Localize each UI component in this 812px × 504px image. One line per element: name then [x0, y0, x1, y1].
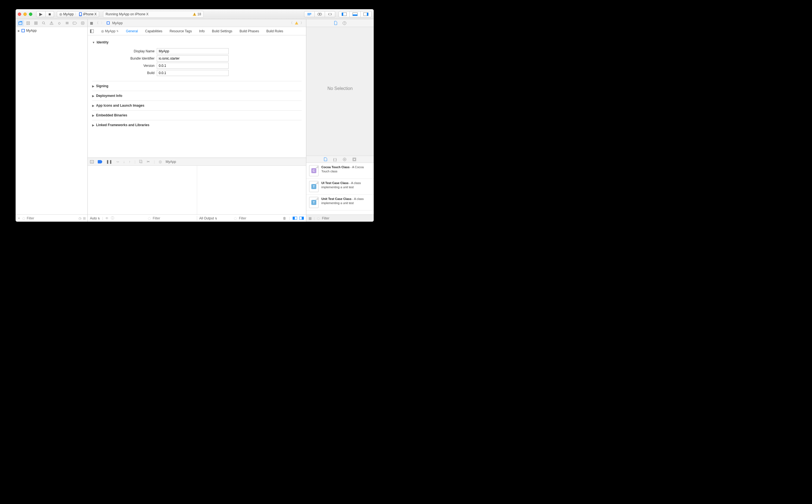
source-control-navigator-tab[interactable]: [25, 20, 32, 26]
forward-button[interactable]: 〉: [101, 21, 104, 25]
trash-icon[interactable]: 🗑: [283, 216, 286, 220]
tab-info[interactable]: Info: [199, 29, 205, 33]
variables-view[interactable]: [88, 166, 197, 214]
debug-area: ❚❚ ⤼ ↓ ↑ | ⿻ ✂ | ◎ MyApp Auto: [88, 158, 306, 222]
step-into-icon[interactable]: ↓: [123, 160, 125, 164]
activity-viewer[interactable]: Running MyApp on iPhone X 18: [103, 11, 204, 18]
disclosure-icon[interactable]: ▶: [18, 29, 20, 32]
jumpbar-crumb[interactable]: MyApp: [112, 21, 123, 25]
file-template-tab[interactable]: [324, 157, 327, 161]
console-filter-input[interactable]: [239, 216, 281, 220]
library-item[interactable]: TUI Test Case Class - A class implementi…: [306, 179, 374, 195]
identity-header[interactable]: ▼ Identity: [92, 40, 302, 44]
grid-view-icon[interactable]: ▦: [309, 216, 312, 220]
next-issue-button[interactable]: 〉: [300, 21, 304, 25]
memory-graph-icon[interactable]: ✂: [147, 160, 150, 164]
tab-capabilities[interactable]: Capabilities: [145, 29, 162, 33]
issue-navigator-tab[interactable]: [48, 20, 55, 26]
console-view[interactable]: [197, 166, 306, 214]
zoom-window-button[interactable]: [29, 13, 32, 16]
navigator-tabs: [16, 19, 87, 27]
target-selector[interactable]: ◎ MyApp ⇅: [101, 29, 119, 33]
step-over-icon[interactable]: ⤼: [116, 160, 119, 164]
auto-scope-selector[interactable]: Auto ⇅: [90, 216, 100, 220]
back-button[interactable]: 〈: [95, 21, 99, 25]
svg-rect-18: [36, 22, 37, 23]
debug-process-label[interactable]: MyApp: [166, 160, 176, 164]
embedded-header[interactable]: ▶Embedded Binaries: [92, 113, 302, 117]
prev-issue-button[interactable]: 〈: [289, 21, 293, 25]
symbol-navigator-tab[interactable]: [32, 20, 40, 26]
project-root-row[interactable]: ▶ MyApp: [18, 29, 85, 33]
find-navigator-tab[interactable]: [40, 20, 47, 26]
tab-build-settings[interactable]: Build Settings: [212, 29, 232, 33]
test-navigator-tab[interactable]: [56, 20, 63, 26]
build-row: Build: [92, 70, 302, 76]
file-inspector-tab[interactable]: [334, 21, 337, 25]
add-icon[interactable]: ＋: [17, 216, 21, 221]
project-navigator-tab[interactable]: [17, 20, 24, 26]
breakpoints-toggle[interactable]: [98, 160, 102, 163]
debug-navigator-tab[interactable]: [63, 20, 71, 26]
section-icons: ▶App Icons and Launch Images: [92, 101, 302, 111]
svg-rect-33: [107, 22, 109, 24]
show-console-toggle[interactable]: [299, 217, 304, 220]
object-library-tab[interactable]: [343, 158, 346, 161]
svg-point-43: [343, 158, 346, 161]
media-library-tab[interactable]: [353, 158, 356, 161]
build-input[interactable]: [157, 70, 229, 76]
navigator-pane: ▶ MyApp ＋ ◌ ◷ ⊞: [16, 19, 88, 222]
show-vars-toggle[interactable]: [293, 217, 297, 220]
warning-indicator[interactable]: 18: [193, 12, 201, 16]
breakpoint-navigator-tab[interactable]: [71, 20, 79, 26]
stop-button[interactable]: ■: [46, 11, 54, 17]
tab-resource-tags[interactable]: Resource Tags: [170, 29, 192, 33]
close-window-button[interactable]: [18, 13, 21, 16]
pause-icon[interactable]: ❚❚: [106, 160, 112, 164]
toggle-debug-button[interactable]: [350, 11, 361, 17]
deployment-header[interactable]: ▶Deployment Info: [92, 94, 302, 98]
scm-filter-icon[interactable]: ⊞: [83, 216, 86, 220]
scheme-selector[interactable]: ◎ MyApp 〉 iPhone X: [57, 11, 99, 17]
hide-debug-icon[interactable]: [90, 160, 94, 163]
library-list[interactable]: CCocoa Touch Class - A Cocoa Touch class…: [306, 163, 374, 214]
quick-help-tab[interactable]: ?: [343, 21, 346, 25]
standard-editor-button[interactable]: [304, 11, 315, 17]
info-icon[interactable]: ⓘ: [111, 216, 114, 221]
linked-header[interactable]: ▶Linked Frameworks and Libraries: [92, 123, 302, 127]
recent-filter-icon[interactable]: ◷: [79, 216, 81, 220]
library-filter-input[interactable]: [322, 216, 371, 220]
icons-header[interactable]: ▶App Icons and Launch Images: [92, 104, 302, 107]
display-name-input[interactable]: [157, 48, 229, 54]
project-tree[interactable]: ▶ MyApp: [16, 27, 87, 214]
minimize-window-button[interactable]: [23, 13, 27, 16]
tab-build-rules[interactable]: Build Rules: [266, 29, 283, 33]
report-navigator-tab[interactable]: [79, 20, 86, 26]
section-linked: ▶Linked Frameworks and Libraries: [92, 120, 302, 130]
icons-title: App Icons and Launch Images: [96, 104, 144, 107]
svg-rect-27: [81, 22, 84, 25]
toggle-inspector-button[interactable]: [361, 11, 371, 17]
tab-build-phases[interactable]: Build Phases: [239, 29, 259, 33]
signing-header[interactable]: ▶Signing: [92, 84, 302, 88]
eye-icon[interactable]: 👁: [105, 216, 109, 220]
debug-view-icon[interactable]: ⿻: [139, 160, 143, 164]
toggle-targets-icon[interactable]: [90, 29, 94, 33]
bundle-id-input[interactable]: [157, 55, 229, 62]
tab-general[interactable]: General: [126, 29, 138, 33]
related-items-icon[interactable]: ▦: [90, 21, 93, 25]
version-label: Version: [92, 64, 157, 68]
library-item[interactable]: TUnit Test Case Class - A class implemen…: [306, 195, 374, 211]
version-input[interactable]: [157, 63, 229, 69]
run-button[interactable]: ▶: [36, 11, 46, 17]
assistant-editor-button[interactable]: [315, 11, 325, 17]
library-item[interactable]: CCocoa Touch Class - A Cocoa Touch class: [306, 163, 374, 179]
target-icon: ◎: [101, 29, 104, 33]
output-scope-selector[interactable]: All Output ⇅: [199, 216, 217, 220]
variables-filter-input[interactable]: [153, 216, 195, 220]
version-editor-button[interactable]: [325, 11, 335, 17]
code-snippet-tab[interactable]: { }: [333, 157, 337, 162]
navigator-filter-input[interactable]: [27, 216, 77, 220]
toggle-navigator-button[interactable]: [339, 11, 350, 17]
step-out-icon[interactable]: ↑: [129, 160, 131, 164]
